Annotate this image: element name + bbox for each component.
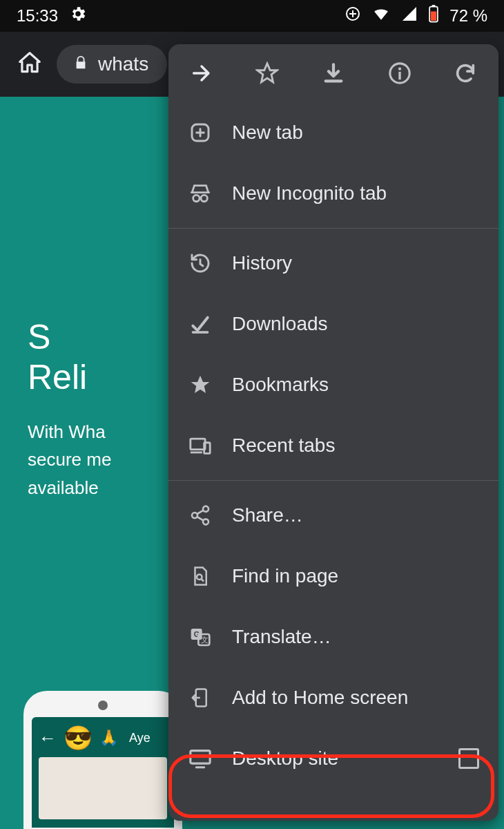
menu-find-in-page[interactable]: Find in page [168,546,498,607]
svg-point-13 [192,513,197,518]
devices-icon [188,433,213,458]
menu-label: New Incognito tab [232,182,479,204]
info-button[interactable] [385,58,415,88]
page-subtitle: With Wha secure me available [28,418,152,502]
menu-label: Recent tabs [232,435,479,457]
svg-point-5 [398,68,400,70]
menu-history[interactable]: History [168,233,498,294]
share-icon [188,503,213,528]
home-icon[interactable] [17,50,43,79]
svg-point-12 [203,506,209,512]
url-text: whats [98,53,148,75]
bookmark-star-button[interactable] [252,58,282,88]
url-bar[interactable]: whats [57,45,167,84]
reload-button[interactable] [450,58,481,88]
svg-point-8 [193,195,200,201]
menu-label: Translate… [232,626,479,648]
menu-divider [168,480,498,481]
downloads-check-icon [188,312,213,336]
svg-text:文: 文 [201,636,209,644]
menu-label: Desktop site [232,747,439,770]
menu-label: Find in page [232,565,479,587]
svg-rect-6 [398,72,400,79]
menu-add-to-home[interactable]: Add to Home screen [168,667,498,728]
back-arrow-icon: ← [39,727,57,749]
cell-signal-icon [401,6,418,26]
plus-square-icon [188,120,213,145]
history-icon [188,251,213,276]
incognito-icon [188,181,213,206]
menu-bookmarks[interactable]: Bookmarks [168,354,498,415]
menu-label: Add to Home screen [232,687,479,709]
forward-button[interactable] [186,58,217,88]
monitor-icon [188,746,213,771]
download-button[interactable] [318,58,349,88]
menu-translate[interactable]: G文 Translate… [168,607,498,667]
menu-recent-tabs[interactable]: Recent tabs [168,415,498,476]
settings-icon [69,5,87,27]
svg-point-9 [201,195,207,201]
menu-label: History [232,252,479,274]
menu-label: Share… [232,504,479,526]
menu-label: New tab [232,122,479,144]
overflow-menu: New tab New Incognito tab History Downlo… [168,44,498,821]
battery-icon [429,5,438,27]
data-saver-icon [345,6,361,26]
star-filled-icon [188,372,213,397]
menu-new-tab[interactable]: New tab [168,102,498,163]
svg-rect-11 [204,443,211,454]
svg-rect-21 [191,751,210,763]
menu-share[interactable]: Share… [168,485,498,546]
battery-percentage: 72 % [449,6,487,26]
lock-icon [73,53,88,75]
svg-point-14 [203,519,209,524]
find-in-page-icon [188,564,213,589]
menu-incognito[interactable]: New Incognito tab [168,163,498,224]
statusbar-time: 15:33 [17,6,58,26]
wifi-icon [372,5,390,27]
statusbar: 15:33 72 % [0,0,504,32]
menu-desktop-site[interactable]: Desktop site [168,728,498,789]
add-to-home-icon [188,685,213,710]
page-title: S Reli [28,318,152,397]
desktop-site-checkbox[interactable] [458,748,479,769]
menu-divider [168,228,498,229]
svg-rect-2 [432,5,436,6]
menu-downloads[interactable]: Downloads [168,294,498,354]
phone-mockup: ← 😎 🙏 Aye [23,691,182,829]
menu-label: Bookmarks [232,374,479,396]
svg-rect-3 [431,12,436,21]
translate-icon: G文 [188,625,213,649]
contact-name: Aye [129,731,151,745]
emoji-icon: 😎 [64,724,93,752]
svg-point-15 [197,575,202,580]
pray-icon: 🙏 [99,729,118,747]
svg-rect-10 [191,439,205,450]
menu-label: Downloads [232,313,479,335]
